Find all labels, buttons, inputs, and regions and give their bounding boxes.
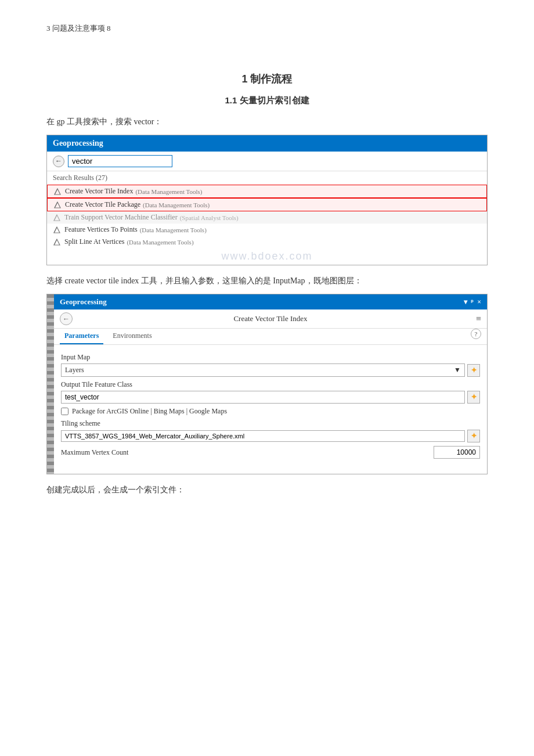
geo-search-input[interactable] (68, 155, 172, 167)
dropdown-arrow: ▼ (454, 366, 461, 375)
geo-panel-header-label: Geoprocessing (60, 297, 107, 307)
tab-environments[interactable]: Environments (108, 329, 156, 344)
watermark-1: www.bdoex.com (47, 248, 487, 265)
max-vertex-label: Maximum Vertex Count (61, 448, 128, 457)
result-cat-4: (Data Management Tools) (140, 226, 207, 233)
chapter-title: 1 制作流程 (46, 72, 488, 86)
left-stripe (47, 294, 54, 474)
input-map-btn[interactable]: ✦ (467, 364, 480, 377)
output-tile-label: Output Tile Feature Class (61, 380, 480, 389)
panel-content: Geoprocessing ▾ ᵖ × ← Create Vector Tile… (54, 294, 487, 474)
tab-parameters[interactable]: Parameters (60, 329, 103, 344)
svg-line-5 (54, 215, 57, 221)
input-map-row: Layers ▼ ✦ (61, 363, 480, 377)
input-map-label: Input Map (61, 353, 480, 362)
package-checkbox-row: Package for ArcGIS Online | Bing Maps | … (61, 407, 480, 416)
tool-title-bar: ← Create Vector Tile Index ≡ (54, 309, 487, 329)
float-icon[interactable]: ᵖ (471, 298, 474, 306)
svg-marker-4 (54, 215, 60, 221)
close-icon[interactable]: × (477, 298, 481, 307)
params-tabs: Parameters Environments ? (54, 329, 487, 345)
result-name-5: Split Line At Vertices (64, 237, 124, 246)
intro-paragraph: 在 gp 工具搜索中，搜索 vector： (46, 114, 488, 129)
result-item-5[interactable]: Split Line At Vertices (Data Management … (47, 236, 487, 248)
svg-line-1 (55, 189, 57, 195)
svg-marker-6 (54, 227, 60, 233)
tiling-scheme-row: ✦ (61, 430, 480, 442)
result-name-1: Create Vector Tile Index (65, 187, 133, 196)
tiling-scheme-label: Tiling scheme (61, 419, 480, 428)
svg-marker-0 (55, 189, 60, 195)
result-cat-3: (Spatial Analyst Tools) (180, 214, 239, 221)
geoprocessing-tool-screenshot: Geoprocessing ▾ ᵖ × ← Create Vector Tile… (46, 294, 488, 474)
input-map-value: Layers (65, 366, 84, 375)
tool-title: Create Vector Tile Index (233, 314, 307, 323)
package-checkbox[interactable] (61, 408, 68, 415)
result-item-4[interactable]: Feature Vertices To Points (Data Managem… (47, 224, 487, 236)
tool-back-button[interactable]: ← (60, 312, 73, 325)
result-item-3[interactable]: Train Support Vector Machine Classifier … (47, 211, 487, 224)
svg-marker-2 (55, 202, 60, 208)
geo-panel-header: Geoprocessing ▾ ᵖ × (54, 294, 487, 309)
result-item-1[interactable]: Create Vector Tile Index (Data Managemen… (47, 185, 487, 198)
result-cat-1: (Data Management Tools) (135, 188, 202, 195)
geo-header-1: Geoprocessing (47, 135, 487, 152)
result-name-3: Train Support Vector Machine Classifier (64, 213, 178, 222)
tiling-scheme-btn[interactable]: ✦ (467, 430, 480, 442)
geo-form: Input Map Layers ▼ ✦ Output Tile Feature… (54, 345, 487, 474)
svg-marker-8 (54, 239, 60, 245)
tool-menu-icon[interactable]: ≡ (476, 314, 481, 324)
result-name-4: Feature Vertices To Points (64, 225, 138, 234)
geo-results-label: Search Results (27) (47, 171, 487, 185)
desc-paragraph: 选择 create vector tile index 工具，并且输入参数，这里… (46, 273, 488, 288)
result-item-2[interactable]: Create Vector Tile Package (Data Managem… (47, 198, 487, 211)
pin-icon[interactable]: ▾ (464, 298, 467, 307)
result-cat-5: (Data Management Tools) (127, 239, 193, 246)
geo-back-button[interactable]: ← (53, 156, 64, 167)
geoprocessing-search-screenshot: Geoprocessing ← Search Results (27) Crea… (46, 135, 488, 265)
header-controls: ▾ ᵖ × (464, 298, 481, 307)
output-tile-row: ✦ (61, 391, 480, 404)
help-button[interactable]: ? (471, 329, 481, 339)
svg-line-7 (54, 227, 57, 233)
input-map-dropdown[interactable]: Layers ▼ (61, 363, 465, 377)
result-cat-2: (Data Management Tools) (143, 201, 210, 208)
toc-line: 3 问题及注意事项 8 (46, 23, 488, 34)
output-tile-btn[interactable]: ✦ (467, 391, 480, 404)
max-vertex-input[interactable] (434, 446, 480, 459)
geo-search-bar: ← (47, 152, 487, 171)
svg-line-3 (55, 202, 57, 208)
svg-line-9 (54, 239, 57, 245)
conclusion-paragraph: 创建完成以后，会生成一个索引文件： (46, 483, 488, 497)
result-name-2: Create Vector Tile Package (65, 200, 140, 209)
package-label: Package for ArcGIS Online | Bing Maps | … (72, 407, 227, 416)
output-tile-input[interactable] (61, 391, 465, 404)
max-vertex-row: Maximum Vertex Count (61, 446, 480, 459)
section-title: 1.1 矢量切片索引创建 (46, 95, 488, 106)
tiling-scheme-input[interactable] (61, 430, 465, 442)
